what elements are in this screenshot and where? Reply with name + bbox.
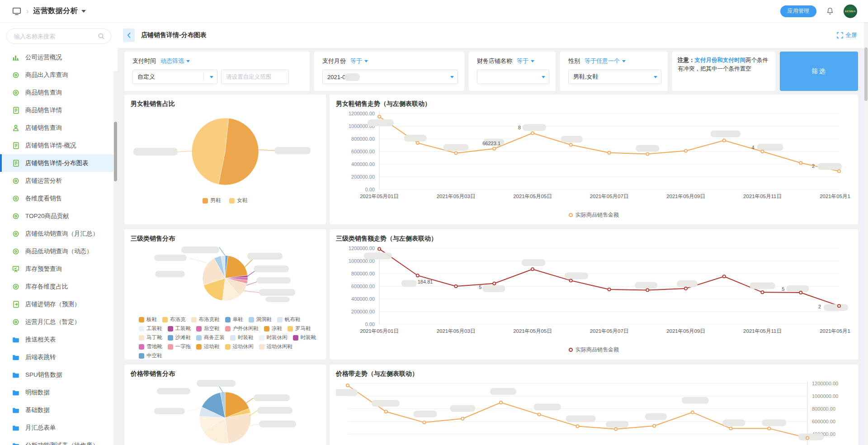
bell-icon[interactable] [826,7,835,16]
sidebar-item-3[interactable]: 商品销售详情 [0,101,118,119]
svg-text:2021年05月05日: 2021年05月05日 [513,194,552,199]
sidebar-item-label: 基础数据 [25,406,50,414]
filter-operator-dropdown[interactable]: 动态筛选 [160,57,190,65]
legend-item[interactable]: 运动休闲 [225,343,254,350]
folder-icon [12,407,20,413]
app-title[interactable]: 运营数据分析 [33,6,78,16]
sidebar-scrollbar-track[interactable] [113,71,118,445]
filter-operator-dropdown[interactable]: 等于任意一个 [585,57,626,65]
target-icon [12,177,20,185]
chart-card-gender-trend: 男女鞋销售走势（与左侧表联动） 1200000.001000000.008000… [330,95,858,224]
shop-name-select[interactable] [477,70,549,84]
back-button[interactable] [123,28,135,42]
fullscreen-button[interactable]: 全屏 [837,31,857,39]
legend-item[interactable]: 雪地靴 [139,343,162,350]
chart-title: 三级类销售分布 [131,235,320,243]
sidebar-item-11[interactable]: 商品低动销查询（动态） [0,242,118,260]
sidebar-item-0[interactable]: 公司运营概况 [0,48,118,66]
sidebar-item-10[interactable]: 店铺低动销查询（月汇总） [0,225,118,242]
folder-icon [12,336,20,343]
pie-chart-gender[interactable] [131,109,320,195]
legend-item[interactable]: 工装靴 [168,325,191,332]
sidebar-item-7[interactable]: 店铺运营分析 [0,172,118,189]
sidebar-item-4[interactable]: 店铺销售查询 [0,119,118,137]
pay-month-select[interactable]: 2021-05 [322,70,458,84]
sidebar-item-9[interactable]: TOP20商品贡献 [0,207,118,225]
line-chart-gender-trend[interactable]: 1200000.001000000.00800000.00600000.0040… [336,109,852,211]
legend-swatch-icon [203,198,208,204]
pie-chart-category[interactable] [131,244,320,313]
sidebar-item-18[interactable]: SPU销售数据 [0,366,118,383]
app-manage-button[interactable]: 应用管理 [780,5,816,17]
sidebar-item-14[interactable]: 店铺进销存（预测） [0,295,118,313]
pie-chart-price[interactable] [131,379,320,445]
line-plot: 1200000.001000000.00800000.00600000.0040… [336,244,851,344]
legend-item[interactable]: 时装靴 [293,334,316,341]
svg-text:5: 5 [782,286,784,292]
legend-item[interactable]: 男鞋 [203,197,221,204]
page-scrollbar-track[interactable] [864,22,868,445]
sidebar-item-2[interactable]: 商品销售查询 [0,84,118,101]
sidebar-item-17[interactable]: 后端表跳转 [0,348,118,366]
search-input[interactable] [6,28,111,44]
search-icon[interactable] [98,33,105,42]
sidebar-item-21[interactable]: 月汇总表单 [0,419,118,436]
custom-range-input[interactable] [221,70,289,84]
sidebar-scrollbar-thumb[interactable] [114,122,117,181]
sidebar-item-20[interactable]: 基础数据 [0,401,118,419]
chart-legend[interactable]: 实际商品销售金额 [336,211,852,219]
sidebar-item-19[interactable]: 明细数据 [0,383,118,401]
pay-time-select[interactable]: 自定义 [132,70,217,84]
sidebar-item-6[interactable]: 店铺销售详情-分布图表 [0,154,118,172]
legend-item[interactable]: 帆布鞋 [277,316,301,323]
chart-legend[interactable]: 实际商品销售金额 [336,346,852,354]
sidebar-item-12[interactable]: 库存预警查询 [0,260,118,278]
legend-item[interactable]: 运动休闲鞋 [259,343,293,350]
legend-item[interactable]: 时装休闲 [259,334,288,341]
legend-item[interactable]: 户外休闲鞋 [225,325,259,332]
legend-item[interactable]: 工装鞋 [139,325,162,332]
legend-item[interactable]: 单鞋 [225,316,243,323]
sidebar-item-5[interactable]: 店铺销售详情-概况 [0,137,118,154]
legend-item[interactable]: 洞洞鞋 [249,316,272,323]
sidebar-item-15[interactable]: 运营月汇总（暂定） [0,313,118,331]
legend-item[interactable]: 凉鞋 [264,325,282,332]
line-chart-price-trend[interactable]: 1200000.001000000.00800000.00600000.0040… [336,379,852,445]
legend-item[interactable]: 商务正装 [196,334,225,341]
legend-item[interactable]: 运动鞋 [196,343,220,350]
filter-submit-button[interactable]: 筛选 [780,52,858,91]
svg-text:2021年05月07日: 2021年05月07日 [590,328,629,334]
svg-text:2021年05月03日: 2021年05月03日 [437,194,476,199]
legend-item[interactable]: 罗马鞋 [288,325,311,332]
sidebar-item-16[interactable]: 推送相关表 [0,331,118,348]
avatar[interactable]: BENMA [844,5,857,18]
gender-select[interactable]: 男鞋,女鞋 [568,70,661,84]
filter-operator-dropdown[interactable]: 等于 [350,57,368,65]
legend-item[interactable]: 沙滩鞋 [168,334,191,341]
legend-label: 罗马鞋 [295,325,311,332]
line-chart-category-trend[interactable]: 1200000.001000000.00800000.00600000.0040… [336,244,852,346]
svg-text:2021年05月01日: 2021年05月01日 [360,194,399,199]
page-title: 店铺销售详情-分布图表 [141,31,207,39]
sidebar-item-22[interactable]: 分析功能测试表（待作废） [0,436,118,445]
monitor-icon[interactable] [12,6,22,16]
legend-item[interactable]: 中空鞋 [139,352,162,359]
legend-item[interactable]: 时装鞋 [230,334,254,341]
sidebar-item-1[interactable]: 商品出入库查询 [0,66,118,84]
sidebar-item-13[interactable]: 库存各维度占比 [0,278,118,295]
svg-text:0.00: 0.00 [365,322,375,327]
legend-item[interactable]: 布洛克 [162,316,186,323]
legend-item[interactable]: 后空鞋 [196,325,220,332]
legend-item[interactable]: 布洛克鞋 [191,316,220,323]
svg-text:2021年05月13日: 2021年05月13日 [820,328,851,334]
legend-item[interactable]: 女鞋 [229,197,248,204]
sidebar-item-8[interactable]: 各维度看销售 [0,189,118,207]
filter-label: 性别 [568,57,580,65]
legend-item[interactable]: 马丁靴 [139,334,162,341]
legend-item[interactable]: 一字拖 [168,343,191,350]
app-title-caret-icon[interactable] [81,10,86,13]
legend-label: 沙滩鞋 [175,334,191,341]
page-scrollbar-thumb[interactable] [864,47,868,101]
legend-item[interactable]: 板鞋 [139,316,157,323]
filter-operator-dropdown[interactable]: 等于 [517,57,534,65]
